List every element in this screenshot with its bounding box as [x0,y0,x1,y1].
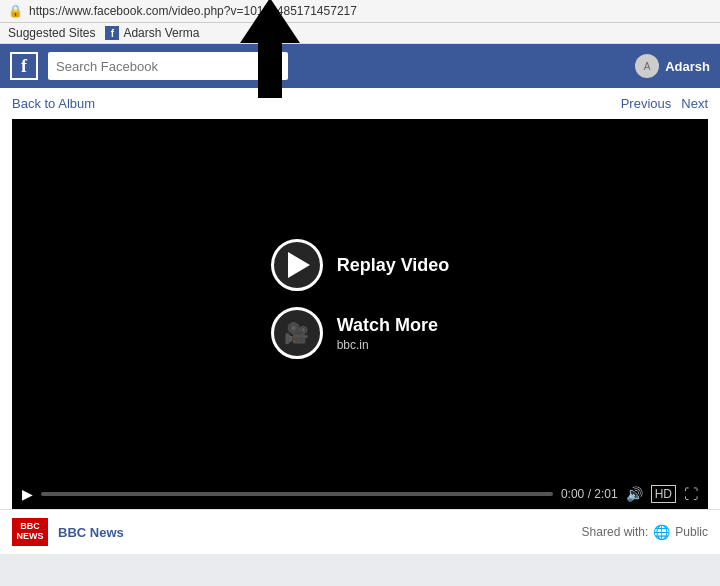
watch-more-title: Watch More [337,315,438,336]
video-player: Replay Video 🎥 Watch More bbc.in [12,119,708,479]
video-controls-bar: ▶ 0:00 / 2:01 🔊 HD ⛶ [12,479,708,509]
ssl-lock-icon: 🔒 [8,4,23,18]
page-nav: Back to Album Previous Next [0,88,720,119]
watch-more-button[interactable]: 🎥 Watch More bbc.in [271,307,438,359]
bbc-news-logo: BBC NEWS [12,518,48,546]
fb-logo[interactable]: f [10,52,38,80]
previous-link[interactable]: Previous [621,96,672,111]
username-display: Adarsh [665,59,710,74]
fb-bookmark-label: Adarsh Verma [123,26,199,40]
total-time: 2:01 [594,487,617,501]
bbc-logo-line2: NEWS [17,532,44,542]
post-source-name[interactable]: BBC News [58,525,124,540]
annotation-arrow [230,0,310,101]
svg-marker-0 [240,0,300,98]
post-footer: BBC NEWS BBC News Shared with: 🌐 Public [0,509,720,554]
suggested-sites-label: Suggested Sites [8,26,95,40]
page-content: Back to Album Previous Next Replay Video… [0,88,720,554]
bookmarks-bar: Suggested Sites f Adarsh Verma [0,23,720,44]
public-label: Public [675,525,708,539]
nav-right: A Adarsh [635,54,710,78]
suggested-sites-bookmark[interactable]: Suggested Sites [8,26,95,40]
replay-button[interactable]: Replay Video [271,239,450,291]
shared-with: Shared with: 🌐 Public [582,524,708,540]
hd-badge[interactable]: HD [651,485,676,503]
browser-address-bar: 🔒 https://www.facebook.com/video.php?v=1… [0,0,720,23]
facebook-navbar: f 🔍 A Adarsh [0,44,720,88]
progress-bar[interactable] [41,492,553,496]
back-to-album-link[interactable]: Back to Album [12,96,95,111]
fullscreen-icon[interactable]: ⛶ [684,486,698,502]
watch-more-label: Watch More bbc.in [337,315,438,352]
time-display: 0:00 / 2:01 [561,487,618,501]
replay-circle-icon [271,239,323,291]
play-triangle-icon [288,252,310,278]
play-pause-button[interactable]: ▶ [22,486,33,502]
prev-next-nav: Previous Next [621,96,708,111]
next-link[interactable]: Next [681,96,708,111]
replay-label: Replay Video [337,255,450,276]
current-time: 0:00 [561,487,584,501]
globe-icon: 🌐 [653,524,670,540]
camera-icon: 🎥 [284,321,309,345]
shared-label: Shared with: [582,525,649,539]
fb-bookmark-icon: f [105,26,119,40]
camera-circle-icon: 🎥 [271,307,323,359]
search-input[interactable] [56,59,259,74]
video-center-controls: Replay Video 🎥 Watch More bbc.in [271,239,450,359]
replay-title: Replay Video [337,255,450,276]
watch-more-subtitle: bbc.in [337,338,438,352]
avatar: A [635,54,659,78]
fb-user-bookmark[interactable]: f Adarsh Verma [105,26,199,40]
volume-icon[interactable]: 🔊 [626,486,643,502]
